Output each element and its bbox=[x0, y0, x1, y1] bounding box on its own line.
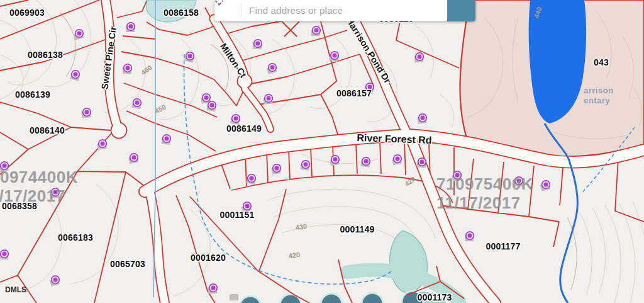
water-scallops bbox=[240, 291, 423, 303]
search-button[interactable] bbox=[447, 0, 475, 21]
map-canvas bbox=[0, 0, 644, 303]
search-bar bbox=[214, 0, 475, 21]
small-pond bbox=[147, 0, 196, 22]
search-icon bbox=[214, 0, 228, 14]
search-input[interactable] bbox=[242, 0, 447, 21]
map-viewport[interactable]: 460450430420420440710974400K11/17/201771… bbox=[0, 0, 644, 303]
dashed-stream-center bbox=[184, 54, 392, 284]
